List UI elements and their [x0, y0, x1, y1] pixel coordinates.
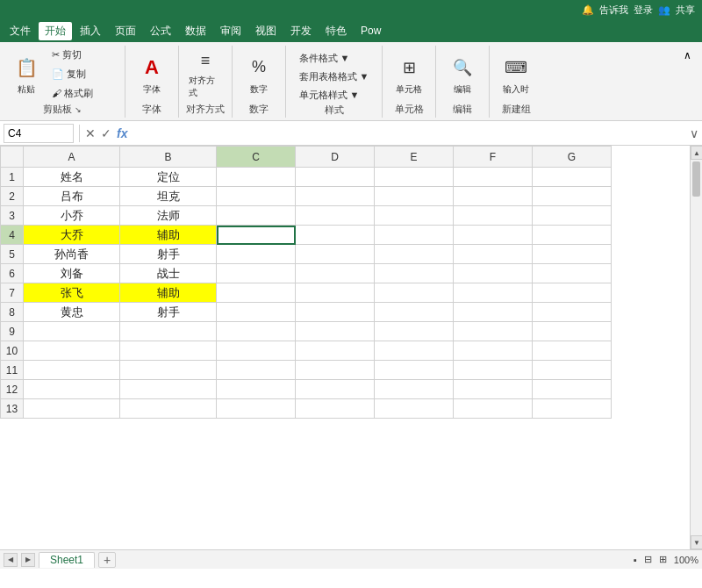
cell-c1[interactable] [217, 168, 296, 187]
cell-c5[interactable] [217, 245, 296, 264]
menu-insert[interactable]: 插入 [74, 22, 107, 40]
row-header-3[interactable]: 3 [1, 206, 24, 226]
menu-dev[interactable]: 开发 [284, 22, 318, 40]
cell-c13[interactable] [217, 399, 296, 419]
cell-f12[interactable] [454, 380, 533, 399]
sheet-scroll-left[interactable]: ◀ [4, 553, 18, 567]
cell-b5[interactable]: 射手 [120, 245, 217, 264]
input-button[interactable]: ⌨ 输入时 [497, 47, 535, 102]
cell-b11[interactable] [120, 361, 217, 380]
cell-d1[interactable] [296, 168, 375, 187]
cell-f3[interactable] [454, 206, 533, 226]
cell-f13[interactable] [454, 399, 533, 419]
cell-a3[interactable]: 小乔 [24, 206, 120, 226]
cell-e9[interactable] [375, 322, 454, 341]
row-header-9[interactable]: 9 [1, 322, 24, 341]
menu-home[interactable]: 开始 [39, 22, 72, 40]
cell-a8[interactable]: 黄忠 [24, 303, 120, 322]
name-box[interactable]: C4 [4, 124, 74, 143]
row-header-4[interactable]: 4 [1, 226, 24, 245]
cell-c9[interactable] [217, 322, 296, 341]
cell-f2[interactable] [454, 187, 533, 206]
cell-e10[interactable] [375, 341, 454, 361]
cell-e11[interactable] [375, 361, 454, 380]
conditional-format-button[interactable]: 条件格式 ▼ [295, 49, 374, 67]
cell-b10[interactable] [120, 341, 217, 361]
col-header-d[interactable]: D [296, 147, 375, 168]
cell-e12[interactable] [375, 380, 454, 399]
cell-a9[interactable] [24, 322, 120, 341]
collapse-ribbon-button[interactable]: ∧ [680, 46, 695, 65]
scroll-drag-handle[interactable] [692, 161, 700, 197]
cell-c10[interactable] [217, 341, 296, 361]
cell-button[interactable]: ⊞ 单元格 [390, 47, 428, 102]
cell-a5[interactable]: 孙尚香 [24, 245, 120, 264]
table-format-button[interactable]: 套用表格格式 ▼ [295, 68, 374, 85]
cell-a2[interactable]: 吕布 [24, 187, 120, 206]
cell-c8[interactable] [217, 303, 296, 322]
cell-f6[interactable] [454, 264, 533, 283]
cell-g2[interactable] [533, 187, 612, 206]
row-header-6[interactable]: 6 [1, 264, 24, 283]
row-header-1[interactable]: 1 [1, 168, 24, 187]
formula-input[interactable] [131, 124, 683, 143]
sheet-tab-1[interactable]: Sheet1 [39, 552, 95, 568]
cell-b8[interactable]: 射手 [120, 303, 217, 322]
cell-d6[interactable] [296, 264, 375, 283]
menu-review[interactable]: 审阅 [214, 22, 247, 40]
cell-g9[interactable] [533, 322, 612, 341]
cell-d9[interactable] [296, 322, 375, 341]
cell-b13[interactable] [120, 399, 217, 419]
cell-g4[interactable] [533, 226, 612, 245]
cell-c12[interactable] [217, 380, 296, 399]
cell-d7[interactable] [296, 283, 375, 303]
cell-d8[interactable] [296, 303, 375, 322]
cell-g8[interactable] [533, 303, 612, 322]
cell-e7[interactable] [375, 283, 454, 303]
cancel-formula-icon[interactable]: ✕ [85, 126, 96, 140]
sheet-add-button[interactable]: + [98, 552, 116, 568]
cell-b3[interactable]: 法师 [120, 206, 217, 226]
confirm-formula-icon[interactable]: ✓ [101, 126, 111, 140]
menu-formula[interactable]: 公式 [144, 22, 177, 40]
cell-style-button[interactable]: 单元格样式 ▼ [295, 86, 374, 104]
cell-d13[interactable] [296, 399, 375, 419]
row-header-12[interactable]: 12 [1, 380, 24, 399]
cell-g5[interactable] [533, 245, 612, 264]
cell-g6[interactable] [533, 264, 612, 283]
vertical-scrollbar[interactable]: ▲ ▼ [690, 146, 702, 549]
row-header-2[interactable]: 2 [1, 187, 24, 206]
cell-a6[interactable]: 刘备 [24, 264, 120, 283]
sheet-scroll-right[interactable]: ▶ [21, 553, 35, 567]
col-header-e[interactable]: E [375, 147, 454, 168]
cell-f10[interactable] [454, 341, 533, 361]
font-button[interactable]: A 字体 [133, 47, 171, 102]
cell-f4[interactable] [454, 226, 533, 245]
col-header-c[interactable]: C [217, 147, 296, 168]
cell-c3[interactable] [217, 206, 296, 226]
cell-d3[interactable] [296, 206, 375, 226]
cell-b12[interactable] [120, 380, 217, 399]
menu-special[interactable]: 特色 [319, 22, 353, 40]
view-normal-icon[interactable]: ▪ [634, 555, 637, 565]
cell-a10[interactable] [24, 341, 120, 361]
cell-f11[interactable] [454, 361, 533, 380]
row-header-5[interactable]: 5 [1, 245, 24, 264]
view-page-icon[interactable]: ⊞ [659, 554, 667, 565]
cell-a4[interactable]: 大乔 [24, 226, 120, 245]
cell-f7[interactable] [454, 283, 533, 303]
cell-e5[interactable] [375, 245, 454, 264]
row-header-13[interactable]: 13 [1, 399, 24, 419]
menu-data[interactable]: 数据 [179, 22, 212, 40]
col-header-f[interactable]: F [454, 147, 533, 168]
alert-text[interactable]: 告诉我 [599, 4, 628, 17]
fx-icon[interactable]: fx [117, 126, 127, 140]
number-button[interactable]: % 数字 [240, 47, 278, 102]
formula-expand-button[interactable]: ∨ [690, 126, 698, 140]
align-button[interactable]: ≡ 对齐方式 [186, 47, 225, 102]
cell-b1[interactable]: 定位 [120, 168, 217, 187]
cell-d2[interactable] [296, 187, 375, 206]
row-header-7[interactable]: 7 [1, 283, 24, 303]
menu-page[interactable]: 页面 [109, 22, 142, 40]
menu-view[interactable]: 视图 [249, 22, 283, 40]
